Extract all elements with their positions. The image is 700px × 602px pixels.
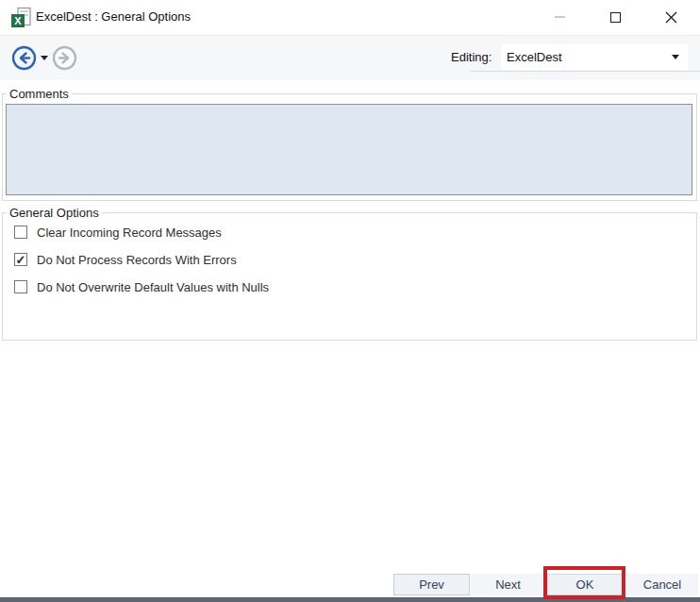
window-title: ExcelDest : General Options bbox=[36, 9, 191, 24]
maximize-button[interactable] bbox=[594, 0, 636, 34]
checkbox-do-not-overwrite-default-values-with-nulls[interactable]: Do Not Overwrite Default Values with Nul… bbox=[14, 279, 269, 294]
editing-label: Editing: bbox=[451, 50, 492, 64]
comments-group-label: Comments bbox=[7, 87, 72, 101]
comments-group: Comments bbox=[2, 93, 697, 201]
checkbox-clear-incoming-record-messages[interactable]: Clear Incoming Record Messages bbox=[14, 225, 222, 240]
title-bar: X ExcelDest : General Options bbox=[0, 0, 700, 34]
window-bottom-edge bbox=[0, 597, 700, 602]
excel-destination-icon: X bbox=[9, 7, 32, 29]
editing-combobox-value: ExcelDest bbox=[507, 50, 562, 64]
minimize-icon bbox=[555, 16, 565, 18]
chevron-down-icon bbox=[672, 55, 679, 59]
svg-text:X: X bbox=[14, 15, 22, 26]
general-options-group-label: General Options bbox=[7, 206, 102, 220]
checkbox-do-not-process-records-with-errors[interactable]: ✓ Do Not Process Records With Errors bbox=[14, 252, 237, 267]
checkbox-box-checked[interactable]: ✓ bbox=[14, 253, 27, 266]
toolbar: Editing: ExcelDest bbox=[0, 35, 700, 80]
back-button[interactable] bbox=[11, 45, 37, 71]
forward-button[interactable] bbox=[52, 45, 77, 71]
close-button[interactable] bbox=[650, 0, 692, 34]
checkbox-box[interactable] bbox=[14, 280, 27, 293]
comments-textarea[interactable] bbox=[6, 104, 692, 195]
prev-button[interactable]: Prev bbox=[393, 574, 470, 595]
ok-button[interactable]: OK bbox=[547, 574, 623, 595]
next-button[interactable]: Next bbox=[471, 574, 545, 595]
back-arrow-icon bbox=[11, 45, 37, 71]
general-options-group: General Options Clear Incoming Record Me… bbox=[2, 212, 697, 341]
maximize-icon bbox=[610, 12, 621, 23]
checkbox-label: Do Not Process Records With Errors bbox=[37, 253, 237, 267]
checkbox-label: Clear Incoming Record Messages bbox=[37, 226, 222, 240]
back-dropdown-caret-icon[interactable] bbox=[41, 56, 48, 60]
forward-arrow-icon bbox=[52, 45, 77, 71]
dialog-window: X ExcelDest : General Options bbox=[0, 0, 700, 602]
cancel-button[interactable]: Cancel bbox=[626, 574, 698, 595]
editing-combobox[interactable]: ExcelDest bbox=[501, 44, 688, 70]
checkbox-box[interactable] bbox=[14, 226, 27, 239]
minimize-button[interactable] bbox=[539, 0, 580, 34]
checkbox-label: Do Not Overwrite Default Values with Nul… bbox=[37, 280, 269, 294]
combobox-underline bbox=[471, 71, 700, 72]
close-icon bbox=[665, 11, 677, 24]
